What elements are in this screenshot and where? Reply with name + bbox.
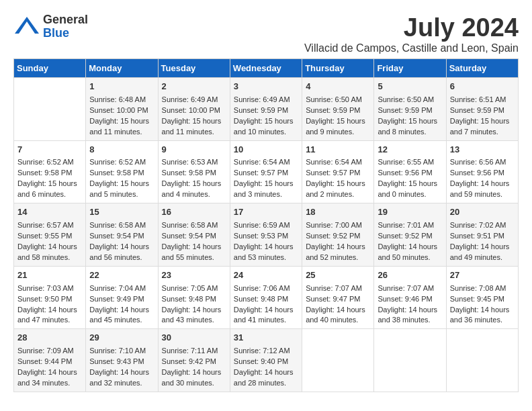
day-number: 11 bbox=[306, 144, 370, 156]
calendar-cell: 31Sunrise: 7:12 AMSunset: 9:40 PMDayligh… bbox=[230, 329, 302, 392]
day-info-line: and 28 minutes. bbox=[234, 378, 298, 389]
day-info-line: and 43 minutes. bbox=[162, 315, 226, 326]
day-info-line: Sunrise: 6:48 AM bbox=[89, 95, 154, 105]
calendar-cell: 11Sunrise: 6:54 AMSunset: 9:57 PMDayligh… bbox=[302, 140, 374, 203]
calendar-week-row: 1Sunrise: 6:48 AMSunset: 10:00 PMDayligh… bbox=[14, 78, 519, 141]
day-number: 9 bbox=[162, 144, 226, 156]
logo-general: General bbox=[43, 13, 88, 27]
day-info-line: Daylight: 15 hours bbox=[306, 179, 370, 189]
day-info-line: Sunrise: 7:05 AM bbox=[162, 283, 226, 294]
day-info-line: Sunset: 9:54 PM bbox=[162, 231, 226, 242]
day-info-line: Sunset: 9:42 PM bbox=[162, 357, 226, 367]
day-info-line: Sunrise: 6:52 AM bbox=[89, 157, 154, 168]
calendar-cell: 25Sunrise: 7:07 AMSunset: 9:47 PMDayligh… bbox=[302, 266, 374, 329]
weekday-header-cell: Saturday bbox=[446, 59, 518, 78]
day-number: 18 bbox=[306, 206, 370, 219]
weekday-header-cell: Friday bbox=[374, 59, 446, 78]
day-info-line: and 40 minutes. bbox=[306, 315, 370, 326]
day-number: 7 bbox=[17, 144, 82, 156]
day-info-line: Sunrise: 6:57 AM bbox=[17, 220, 82, 231]
day-info-line: Daylight: 14 hours bbox=[17, 305, 82, 316]
day-info-line: Daylight: 14 hours bbox=[89, 242, 154, 253]
day-info-line: and 50 minutes. bbox=[378, 253, 442, 263]
calendar-body: 1Sunrise: 6:48 AMSunset: 10:00 PMDayligh… bbox=[14, 78, 519, 392]
calendar-cell: 8Sunrise: 6:52 AMSunset: 9:58 PMDaylight… bbox=[86, 140, 158, 203]
calendar-cell: 9Sunrise: 6:53 AMSunset: 9:58 PMDaylight… bbox=[158, 140, 230, 203]
calendar-cell: 12Sunrise: 6:55 AMSunset: 9:56 PMDayligh… bbox=[374, 140, 446, 203]
day-info-line: Sunrise: 7:07 AM bbox=[378, 283, 442, 294]
day-info-line: Sunrise: 7:11 AM bbox=[162, 346, 226, 357]
calendar-week-row: 7Sunrise: 6:52 AMSunset: 9:58 PMDaylight… bbox=[14, 140, 519, 203]
day-info-line: and 9 minutes. bbox=[306, 127, 370, 138]
calendar-cell: 30Sunrise: 7:11 AMSunset: 9:42 PMDayligh… bbox=[158, 329, 230, 392]
day-info-line: Sunset: 9:58 PM bbox=[17, 168, 82, 179]
day-info-line: Sunrise: 7:00 AM bbox=[306, 220, 370, 231]
day-info-line: and 55 minutes. bbox=[162, 253, 226, 263]
logo-blue: Blue bbox=[43, 27, 88, 40]
calendar-week-row: 28Sunrise: 7:09 AMSunset: 9:44 PMDayligh… bbox=[14, 329, 519, 392]
weekday-header-cell: Sunday bbox=[14, 59, 86, 78]
day-info-line: Daylight: 15 hours bbox=[378, 179, 442, 189]
day-info-line: Sunrise: 7:08 AM bbox=[450, 283, 515, 294]
day-info-line: Sunrise: 6:56 AM bbox=[450, 157, 515, 168]
day-info-line: Daylight: 14 hours bbox=[306, 305, 370, 316]
calendar-cell: 18Sunrise: 7:00 AMSunset: 9:52 PMDayligh… bbox=[302, 203, 374, 267]
day-info-line: Sunset: 9:46 PM bbox=[378, 294, 442, 305]
calendar-cell: 7Sunrise: 6:52 AMSunset: 9:58 PMDaylight… bbox=[14, 140, 86, 203]
calendar-cell: 19Sunrise: 7:01 AMSunset: 9:52 PMDayligh… bbox=[374, 203, 446, 267]
day-info-line: Daylight: 15 hours bbox=[162, 116, 226, 127]
title-block: July 2024 Villacid de Campos, Castille a… bbox=[304, 13, 519, 54]
day-info-line: Sunrise: 6:51 AM bbox=[450, 95, 515, 105]
day-info-line: and 6 minutes. bbox=[17, 189, 82, 200]
day-info-line: Sunrise: 7:07 AM bbox=[306, 283, 370, 294]
calendar-cell bbox=[446, 329, 518, 392]
weekday-header-cell: Monday bbox=[86, 59, 158, 78]
day-number: 14 bbox=[17, 206, 82, 219]
calendar-cell: 17Sunrise: 6:59 AMSunset: 9:53 PMDayligh… bbox=[230, 203, 302, 267]
day-number: 12 bbox=[378, 144, 442, 156]
calendar-table: SundayMondayTuesdayWednesdayThursdayFrid… bbox=[13, 58, 519, 392]
page-header: General Blue July 2024 Villacid de Campo… bbox=[13, 13, 519, 54]
day-number: 28 bbox=[17, 332, 82, 345]
day-info-line: Sunrise: 6:49 AM bbox=[162, 95, 226, 105]
day-info-line: Daylight: 15 hours bbox=[89, 179, 154, 189]
day-info-line: Daylight: 15 hours bbox=[378, 116, 442, 127]
day-info-line: Sunset: 9:57 PM bbox=[234, 168, 298, 179]
calendar-cell: 16Sunrise: 6:58 AMSunset: 9:54 PMDayligh… bbox=[158, 203, 230, 267]
day-number: 10 bbox=[234, 144, 298, 156]
calendar-cell: 22Sunrise: 7:04 AMSunset: 9:49 PMDayligh… bbox=[86, 266, 158, 329]
day-info-line: and 38 minutes. bbox=[378, 315, 442, 326]
day-info-line: Sunset: 9:59 PM bbox=[378, 105, 442, 116]
day-number: 24 bbox=[234, 269, 298, 282]
day-info-line: Sunset: 9:45 PM bbox=[450, 294, 515, 305]
day-info-line: Daylight: 14 hours bbox=[162, 242, 226, 253]
day-info-line: and 3 minutes. bbox=[234, 189, 298, 200]
day-info-line: Sunset: 9:48 PM bbox=[234, 294, 298, 305]
calendar-cell: 3Sunrise: 6:49 AMSunset: 9:59 PMDaylight… bbox=[230, 78, 302, 141]
day-info-line: Daylight: 15 hours bbox=[306, 116, 370, 127]
day-info-line: Daylight: 15 hours bbox=[89, 116, 154, 127]
day-info-line: Daylight: 14 hours bbox=[450, 242, 515, 253]
day-info-line: Daylight: 14 hours bbox=[450, 305, 515, 316]
day-info-line: Sunrise: 6:59 AM bbox=[234, 220, 298, 231]
day-info-line: and 36 minutes. bbox=[450, 315, 515, 326]
day-number: 26 bbox=[378, 269, 442, 282]
day-info-line: Sunset: 9:52 PM bbox=[378, 231, 442, 242]
calendar-cell: 23Sunrise: 7:05 AMSunset: 9:48 PMDayligh… bbox=[158, 266, 230, 329]
logo: General Blue bbox=[13, 13, 88, 40]
weekday-header-cell: Tuesday bbox=[158, 59, 230, 78]
day-info-line: Sunset: 9:54 PM bbox=[89, 231, 154, 242]
day-info-line: Daylight: 14 hours bbox=[162, 305, 226, 316]
day-number: 4 bbox=[306, 81, 370, 93]
day-info-line: and 58 minutes. bbox=[17, 253, 82, 263]
calendar-cell: 15Sunrise: 6:58 AMSunset: 9:54 PMDayligh… bbox=[86, 203, 158, 267]
calendar-cell: 14Sunrise: 6:57 AMSunset: 9:55 PMDayligh… bbox=[14, 203, 86, 267]
day-info-line: Daylight: 14 hours bbox=[234, 305, 298, 316]
logo-icon bbox=[13, 13, 40, 40]
calendar-cell: 4Sunrise: 6:50 AMSunset: 9:59 PMDaylight… bbox=[302, 78, 374, 141]
calendar-cell: 1Sunrise: 6:48 AMSunset: 10:00 PMDayligh… bbox=[86, 78, 158, 141]
day-info-line: Sunset: 9:44 PM bbox=[17, 357, 82, 367]
calendar-cell: 13Sunrise: 6:56 AMSunset: 9:56 PMDayligh… bbox=[446, 140, 518, 203]
day-info-line: and 34 minutes. bbox=[17, 378, 82, 389]
day-info-line: Sunset: 9:49 PM bbox=[89, 294, 154, 305]
